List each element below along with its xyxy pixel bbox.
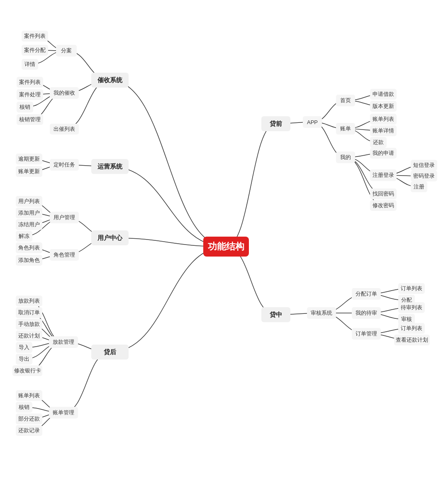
node-zhucedenglu: 注册登录 — [370, 169, 397, 181]
node-d6: 导出 — [16, 354, 32, 364]
node-r5: 还款 — [370, 137, 387, 148]
node-jueseguanli: 角色管理 — [50, 249, 79, 261]
node-u6: 添加角色 — [16, 255, 42, 266]
node-d10: 部分还款 — [16, 413, 42, 424]
node-cuishou: 催收系统 — [91, 73, 129, 88]
node-shouye: 首页 — [336, 95, 355, 106]
node-r3: 账单列表 — [370, 114, 397, 125]
node-d4: 还款计划 — [16, 330, 42, 341]
node-y2: 账单更新 — [16, 166, 42, 177]
node-wodedaishen: 我的待审 — [352, 307, 381, 319]
node-r10: 找回密码 — [370, 188, 397, 199]
node-fenpeidingdan: 分配订单 — [352, 288, 381, 300]
node-r9: 注册 — [411, 181, 427, 192]
node-c2: 案件分配 — [22, 45, 48, 56]
node-u3: 冻结用户 — [16, 219, 42, 230]
node-d7: 修改银行卡 — [12, 365, 42, 376]
node-d5: 导入 — [16, 342, 32, 353]
node-r8: 密码登录 — [411, 171, 437, 181]
node-daihou: 贷后 — [91, 345, 129, 360]
node-d11: 还款记录 — [16, 425, 42, 436]
node-yonghguanli: 用户管理 — [50, 212, 79, 223]
node-r11: 修改密码 — [370, 200, 397, 211]
node-r2: 版本更新 — [370, 101, 397, 112]
node-chucuiliebiao: 出催列表 — [50, 124, 79, 135]
node-r6: 我的申请 — [370, 148, 397, 159]
node-wodecuishou: 我的催收 — [50, 87, 79, 99]
node-undefined: 功能结构 — [203, 237, 249, 257]
node-d2: 取消订单 — [16, 307, 42, 318]
node-u5: 角色列表 — [16, 242, 42, 253]
node-c3: 详情 — [22, 59, 38, 70]
node-m3: 待审列表 — [398, 302, 425, 313]
node-r1: 申请借款 — [370, 89, 397, 100]
node-y1: 逾期更新 — [16, 154, 42, 164]
node-m6: 查看还款计划 — [394, 335, 430, 345]
node-fenja: 分案 — [56, 45, 77, 56]
node-daiqian: 贷前 — [261, 116, 290, 131]
node-fakuanguanli: 放款管理 — [49, 336, 78, 348]
node-c6: 核销 — [17, 102, 33, 113]
node-u2: 添加用户 — [16, 208, 42, 218]
node-wode: 我的 — [336, 152, 355, 163]
node-yunying: 运营系统 — [91, 159, 129, 174]
node-zhangdanguanli: 账单管理 — [49, 407, 78, 418]
node-yonghuzhongxin: 用户中心 — [91, 230, 129, 245]
node-app: APP — [303, 116, 322, 128]
node-c7: 核销管理 — [17, 114, 43, 125]
node-r7: 短信登录 — [411, 160, 437, 171]
node-d1: 放款列表 — [16, 296, 42, 306]
mind-map: 功能结构催收系统分案案件列表案件分配详情我的催收案件列表案件处理核销核销管理出催… — [0, 0, 448, 499]
node-u4: 解冻 — [16, 231, 32, 242]
node-d9: 核销 — [16, 402, 32, 413]
node-d3: 手动放款 — [16, 319, 42, 330]
node-daizhong: 贷中 — [261, 307, 290, 322]
node-d8: 账单列表 — [16, 390, 42, 401]
node-shenhexitong: 审核系统 — [307, 307, 336, 319]
node-dingdanguanli: 订单管理 — [352, 328, 381, 340]
node-m1: 订单列表 — [398, 283, 425, 294]
node-c4: 案件列表 — [17, 77, 43, 88]
node-r4: 账单详情 — [370, 125, 397, 136]
node-m5: 订单列表 — [398, 323, 425, 334]
node-c1: 案件列表 — [22, 31, 48, 42]
node-c5: 案件处理 — [17, 89, 43, 100]
node-zhangdan: 账单 — [336, 123, 355, 135]
node-dingtirenwu: 定时任务 — [50, 159, 79, 171]
node-u1: 用户列表 — [16, 196, 42, 207]
